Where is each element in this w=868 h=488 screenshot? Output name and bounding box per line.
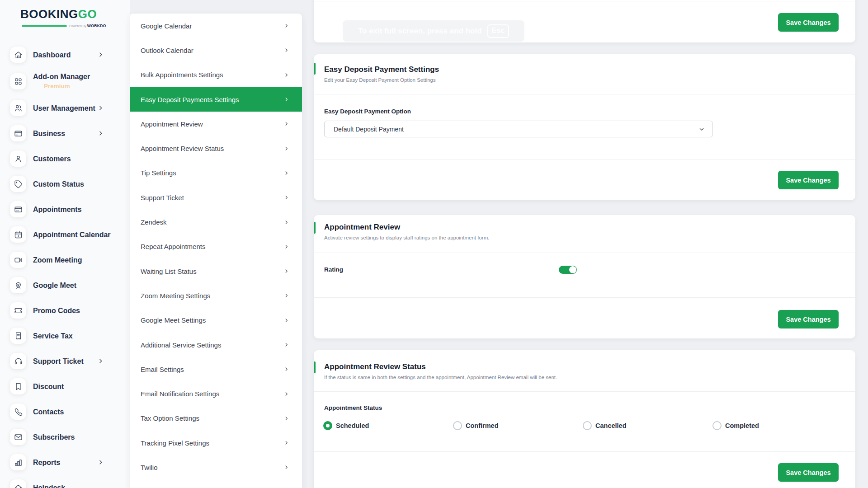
chevron-right-icon xyxy=(97,105,104,112)
card-subtitle: Activate review settings to display staf… xyxy=(324,235,489,240)
settings-menu-item-twilio[interactable]: Twilio xyxy=(130,455,302,479)
sidebar-item-reports[interactable]: Reports xyxy=(0,450,130,475)
sidebar-item-business[interactable]: Business xyxy=(0,121,130,146)
radio-label: Completed xyxy=(725,422,759,429)
settings-menu-item-appointment-review[interactable]: Appointment Review xyxy=(130,112,302,136)
icon-tile xyxy=(10,201,26,217)
settings-menu-item-appointment-review-status[interactable]: Appointment Review Status xyxy=(130,136,302,160)
rating-toggle[interactable] xyxy=(559,266,577,274)
icon-tile xyxy=(10,252,26,268)
sidebar-item-appointment-calendar[interactable]: Appointment Calendar xyxy=(0,222,130,247)
status-option-cancelled[interactable]: Cancelled xyxy=(583,421,712,430)
icon-tile xyxy=(10,328,26,344)
settings-menu-item-google-meet-settings[interactable]: Google Meet Settings xyxy=(130,308,302,333)
radio-icon[interactable] xyxy=(323,421,332,430)
sidebar-item-custom-status[interactable]: Custom Status xyxy=(0,171,130,197)
settings-menu-item-zoom-meeting-settings[interactable]: Zoom Meeting Settings xyxy=(130,283,302,308)
phone-icon xyxy=(14,407,23,417)
settings-menu-item-additional-service-settings[interactable]: Additional Service Settings xyxy=(130,333,302,357)
sidebar-item-service-tax[interactable]: Service Tax xyxy=(0,323,130,348)
card-title: Appointment Review xyxy=(324,223,400,232)
sidebar-item-subscribers[interactable]: Subscribers xyxy=(0,424,130,450)
sidebar-item-label: Customers xyxy=(33,154,71,164)
chevron-right-icon xyxy=(283,23,289,29)
settings-menu-item-tracking-pixel-settings[interactable]: Tracking Pixel Settings xyxy=(130,431,302,455)
sidebar-item-dashboard[interactable]: Dashboard xyxy=(0,42,130,67)
settings-menu-item-repeat-appointments[interactable]: Repeat Appointments xyxy=(130,235,302,259)
icon-tile xyxy=(10,404,26,420)
settings-menu-item-google-calendar[interactable]: Google Calendar xyxy=(130,14,302,38)
sidebar-item-promo-codes[interactable]: Promo Codes xyxy=(0,298,130,323)
sidebar-item-customers[interactable]: Customers xyxy=(0,146,130,171)
menu-item-label: Tax Option Settings xyxy=(141,414,199,422)
settings-menu-item-tax-option-settings[interactable]: Tax Option Settings xyxy=(130,406,302,431)
card-subtitle: Edit your Easy Deposit Payment Option Se… xyxy=(324,77,436,83)
sidebar-item-google-meet[interactable]: Google Meet xyxy=(0,272,130,298)
menu-item-label: Tracking Pixel Settings xyxy=(141,439,209,447)
webcam-icon xyxy=(14,281,23,290)
sidebar-item-add-on-manager[interactable]: Add-on Manager Premium xyxy=(0,67,130,95)
brand-name: BOOKINGGO xyxy=(20,7,102,21)
sidebar-item-label: Zoom Meeting xyxy=(33,255,82,265)
save-button[interactable]: Save Changes xyxy=(778,463,839,482)
chevron-right-icon xyxy=(283,97,289,103)
menu-item-label: Repeat Appointments xyxy=(141,243,205,250)
menu-item-label: Zoom Meeting Settings xyxy=(141,292,210,300)
sidebar-item-label: Subscribers xyxy=(33,432,75,442)
sidebar-item-user-management[interactable]: User Management xyxy=(0,95,130,121)
toggle-knob xyxy=(569,266,576,273)
radio-icon[interactable] xyxy=(453,421,462,430)
chevron-right-icon xyxy=(283,121,289,127)
menu-item-label: Additional Service Settings xyxy=(141,341,221,349)
sidebar-item-label: Contacts xyxy=(33,407,64,417)
settings-menu-item-email-notification-settings[interactable]: Email Notification Settings xyxy=(130,381,302,406)
sidebar-item-discount[interactable]: Discount xyxy=(0,374,130,399)
settings-menu-item-outlook-calendar[interactable]: Outlook Calendar xyxy=(130,38,302,62)
chevron-right-icon xyxy=(283,440,289,446)
esc-key: Esc xyxy=(487,24,509,38)
save-button[interactable]: Save Changes xyxy=(778,13,839,32)
icon-tile xyxy=(10,150,26,167)
settings-menu-item-email-settings[interactable]: Email Settings xyxy=(130,357,302,381)
deposit-payment-select[interactable]: Default Deposit Payment xyxy=(324,121,713,137)
card-icon xyxy=(14,205,23,214)
status-option-confirmed[interactable]: Confirmed xyxy=(453,421,583,430)
settings-menu-item-support-ticket[interactable]: Support Ticket xyxy=(130,185,302,210)
sidebar-item-helpdesk[interactable]: Helpdesk xyxy=(0,475,130,488)
sidebar-item-label: User Management xyxy=(33,103,95,113)
sidebar-item-appointments[interactable]: Appointments xyxy=(0,197,130,222)
brand-accent: GO xyxy=(78,7,97,21)
workdo-brand: WORKDO xyxy=(87,23,106,28)
brand-logo[interactable]: BOOKINGGO Powered By WORKDO xyxy=(20,7,102,21)
settings-menu-item-tip-settings[interactable]: Tip Settings xyxy=(130,161,302,185)
users-icon xyxy=(14,103,23,113)
settings-menu-item-waiting-list-status[interactable]: Waiting List Status xyxy=(130,259,302,283)
chevron-right-icon xyxy=(97,459,104,466)
video-camera-icon xyxy=(14,255,23,265)
icon-tile xyxy=(10,429,26,445)
chevron-right-icon xyxy=(283,72,289,78)
menu-item-label: Email Settings xyxy=(141,366,184,373)
logo-underline xyxy=(22,25,67,27)
settings-menu-item-easy-deposit-payments-settings[interactable]: Easy Deposit Payments Settings xyxy=(130,87,302,112)
chevron-right-icon xyxy=(283,366,289,372)
save-button[interactable]: Save Changes xyxy=(778,171,839,189)
calendar-icon xyxy=(14,230,23,239)
bookmark-icon xyxy=(14,382,23,391)
card-appointment-review: Appointment Review Activate review setti… xyxy=(314,215,855,338)
accent-bar xyxy=(314,63,316,75)
save-button[interactable]: Save Changes xyxy=(778,310,839,328)
radio-icon[interactable] xyxy=(583,421,592,430)
sidebar-item-contacts[interactable]: Contacts xyxy=(0,399,130,424)
card-subtitle: If the status is same in both the settin… xyxy=(324,375,557,380)
status-option-scheduled[interactable]: Scheduled xyxy=(323,421,453,430)
icon-tile xyxy=(10,353,26,369)
radio-icon[interactable] xyxy=(712,421,722,430)
status-option-completed[interactable]: Completed xyxy=(712,421,842,430)
settings-menu-item-zendesk[interactable]: Zendesk xyxy=(130,210,302,234)
sidebar-item-zoom-meeting[interactable]: Zoom Meeting xyxy=(0,247,130,272)
icon-tile xyxy=(10,479,26,488)
settings-menu-item-bulk-appointments-settings[interactable]: Bulk Appointments Settings xyxy=(130,63,302,87)
chevron-right-icon xyxy=(283,244,289,249)
sidebar-item-support-ticket[interactable]: Support Ticket xyxy=(0,348,130,374)
